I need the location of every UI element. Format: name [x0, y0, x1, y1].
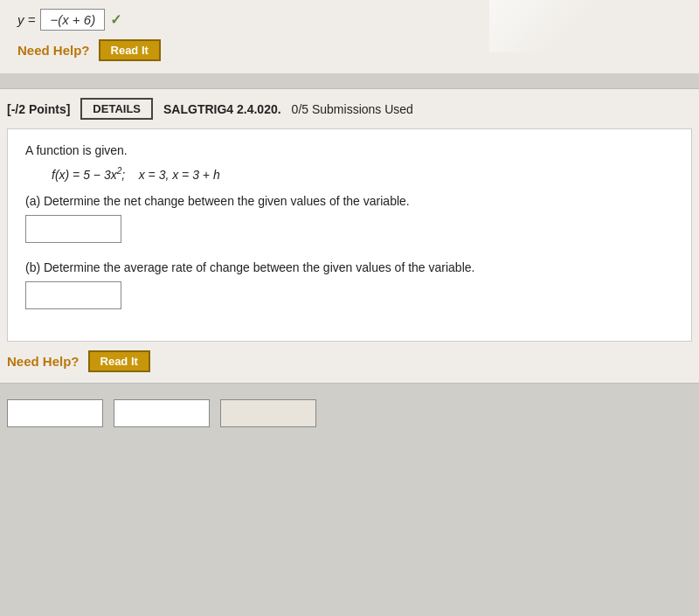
bottom-input-1[interactable]: [7, 399, 103, 427]
top-need-help-row: Need Help? Read It: [17, 39, 682, 61]
bottom-read-it-button[interactable]: Read It: [88, 350, 150, 372]
top-section: y = −(x + 6) ✓ Need Help? Read It: [0, 0, 699, 74]
submissions-info: 0/5 Submissions Used: [292, 102, 413, 116]
function-definition: f(x) = 5 − 3x2; x = 3, x = 3 + h: [52, 166, 674, 182]
top-need-help-label: Need Help?: [17, 43, 90, 58]
part-a-input[interactable]: [25, 215, 121, 243]
top-read-it-button[interactable]: Read It: [99, 39, 161, 61]
equation-display: −(x + 6): [40, 9, 105, 31]
part-b-section: (b) Determine the average rate of change…: [25, 260, 674, 309]
problem-body: A function is given. f(x) = 5 − 3x2; x =…: [7, 128, 692, 342]
checkmark-icon: ✓: [110, 11, 121, 28]
bottom-input-2[interactable]: [114, 399, 210, 427]
part-b-input[interactable]: [25, 281, 121, 309]
points-badge: [-/2 Points]: [7, 102, 70, 116]
problem-header: [-/2 Points] DETAILS SALGTRIG4 2.4.020. …: [0, 89, 699, 128]
part-a-label: (a) Determine the net change between the…: [25, 194, 674, 208]
bottom-button[interactable]: [220, 399, 316, 427]
function-intro: A function is given.: [25, 143, 674, 157]
bottom-section: [0, 384, 699, 436]
details-button[interactable]: DETAILS: [80, 98, 153, 120]
part-a-section: (a) Determine the net change between the…: [25, 194, 674, 243]
bottom-need-help-section: Need Help? Read It: [0, 342, 699, 383]
part-b-label: (b) Determine the average rate of change…: [25, 260, 674, 274]
main-section: [-/2 Points] DETAILS SALGTRIG4 2.4.020. …: [0, 88, 699, 384]
equation-row: y = −(x + 6) ✓: [17, 9, 682, 31]
problem-code: SALGTRIG4 2.4.020.: [163, 102, 281, 116]
y-equals-label: y =: [17, 12, 35, 27]
bottom-need-help-label: Need Help?: [7, 354, 80, 369]
